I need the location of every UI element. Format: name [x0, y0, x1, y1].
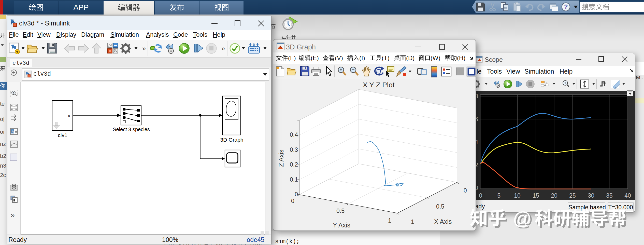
svg-text:?: ? [564, 3, 568, 10]
svg-text:@: @ [513, 209, 532, 228]
svg-text:x: x [68, 113, 70, 118]
svg-text:A: A [12, 130, 14, 133]
